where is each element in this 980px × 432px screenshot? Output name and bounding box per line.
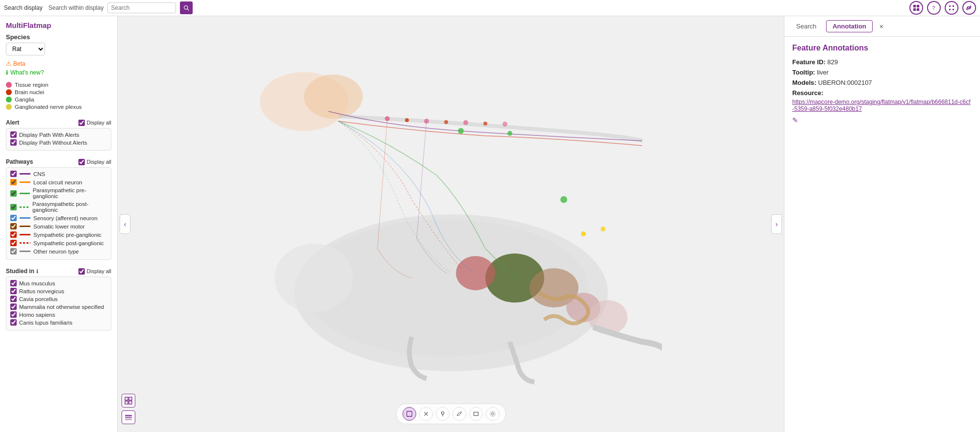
pathways-display-all[interactable]: Display all (78, 159, 111, 165)
annotation-edit-icon[interactable]: ✎ (792, 116, 972, 124)
question-icon: ? (930, 4, 937, 11)
pathways-display-all-checkbox[interactable] (78, 159, 85, 165)
studied-item-checkbox[interactable] (10, 311, 17, 318)
collapse-left-button[interactable]: ‹ (120, 214, 130, 234)
pathway-item: Sympathetic pre-ganglionic (10, 231, 107, 238)
legend-item: Ganglionated nerve plexus (6, 104, 111, 110)
link-icon (966, 4, 973, 11)
studied-in-display-all[interactable]: Display all (78, 268, 111, 275)
tool-rectangle-button[interactable] (469, 407, 483, 421)
pathway-line (20, 181, 30, 183)
svg-point-23 (560, 196, 567, 203)
tool-draw-button[interactable] (452, 407, 466, 421)
legend-label: Brain nuclei (15, 89, 44, 95)
tab-annotation[interactable]: Annotation (826, 20, 873, 32)
annotation-resource-row: Resource: https://mapcore-demo.org/stagi… (792, 89, 972, 112)
legend-dot (6, 97, 12, 102)
icon-btn-4[interactable] (962, 1, 976, 15)
svg-point-0 (184, 5, 188, 9)
tool-pin-button[interactable] (436, 407, 450, 421)
alert-item-checkbox[interactable] (10, 139, 17, 146)
svg-rect-5 (917, 8, 919, 11)
svg-point-27 (405, 118, 409, 122)
map-area[interactable]: ‹ › (118, 16, 784, 432)
tool-select-button[interactable] (402, 407, 416, 421)
pathway-line (20, 242, 30, 244)
studied-in-info-icon[interactable]: ℹ (36, 268, 38, 275)
pathway-label: Sympathetic post-ganglionic (33, 240, 104, 246)
tool-delete-button[interactable] (419, 407, 433, 421)
rectangle-icon (473, 410, 479, 417)
pathway-item: Parasympathetic post-ganglionic (10, 201, 107, 213)
pathway-item-checkbox[interactable] (10, 231, 17, 238)
pathway-item-checkbox[interactable] (10, 204, 17, 210)
legend-dot (6, 89, 12, 95)
studied-item-checkbox[interactable] (10, 296, 17, 302)
pathway-item: Sympathetic post-ganglionic (10, 240, 107, 246)
studied-item-checkbox[interactable] (10, 288, 17, 294)
studied-item: Cavia porcellus (10, 296, 107, 302)
topbar: Search display Search within display ? (0, 0, 980, 16)
tab-close-button[interactable]: × (877, 22, 886, 31)
tool-settings-button[interactable] (486, 407, 500, 421)
svg-point-41 (441, 412, 444, 414)
pathways-title: Pathways (6, 158, 33, 165)
alert-display-all-checkbox[interactable] (78, 120, 85, 126)
pathway-item-checkbox[interactable] (10, 179, 17, 185)
collapse-right-button[interactable]: › (771, 214, 782, 234)
alert-display-all[interactable]: Display all (78, 120, 111, 126)
species-select[interactable]: RatMouseHumanPig (6, 43, 45, 55)
layers-tool-icon (125, 413, 132, 421)
layers-tool-button[interactable] (122, 410, 135, 424)
tab-search[interactable]: Search (790, 21, 822, 32)
legend-section: Tissue region Brain nuclei Ganglia Gangl… (6, 82, 111, 111)
pathway-item-checkbox[interactable] (10, 215, 17, 221)
pathway-item-checkbox[interactable] (10, 223, 17, 229)
species-label: Species (6, 33, 111, 41)
pathway-line (20, 193, 30, 194)
studied-item-checkbox[interactable] (10, 280, 17, 286)
search-input[interactable] (107, 2, 176, 13)
svg-point-9 (949, 9, 951, 11)
grid-tool-button[interactable] (122, 394, 135, 407)
icon-btn-1[interactable] (909, 1, 923, 15)
pathway-item-checkbox[interactable] (10, 190, 17, 197)
studied-item-label: Rattus norvegicus (19, 288, 64, 294)
pathway-item: Parasympathetic pre-ganglionic (10, 187, 107, 199)
annotation-content: Feature Annotations Feature ID: 829 Tool… (784, 37, 980, 432)
studied-in-display-all-checkbox[interactable] (78, 268, 85, 275)
pathway-item-checkbox[interactable] (10, 248, 17, 254)
svg-point-32 (503, 122, 507, 127)
pathway-item: Local circuit neuron (10, 179, 107, 185)
pathway-label: Parasympathetic post-ganglionic (32, 201, 107, 213)
whats-new-link[interactable]: What's new? (6, 69, 111, 76)
alert-item-label: Display Path Without Alerts (19, 140, 87, 146)
pathway-item: Somatic lower motor (10, 223, 107, 229)
svg-point-29 (444, 120, 448, 124)
svg-point-7 (949, 5, 951, 7)
svg-text:?: ? (932, 5, 935, 11)
beta-label: Beta (13, 60, 25, 67)
studied-item: Rattus norvegicus (10, 288, 107, 294)
resource-link[interactable]: https://mapcore-demo.org/staging/flatmap… (792, 99, 972, 112)
legend-label: Tissue region (15, 82, 49, 88)
pathway-label: Parasympathetic pre-ganglionic (33, 187, 107, 199)
icon-btn-3[interactable] (945, 1, 958, 15)
svg-point-22 (507, 131, 512, 136)
pathway-line (20, 234, 30, 235)
pathways-section: Pathways Display all CNS Local circuit n… (6, 154, 111, 260)
pathway-label: Somatic lower motor (33, 224, 85, 229)
icon-btn-2[interactable]: ? (927, 1, 941, 15)
studied-item-checkbox[interactable] (10, 319, 17, 326)
legend-dot (6, 104, 12, 110)
pathway-item-checkbox[interactable] (10, 240, 17, 246)
pathway-label: Sympathetic pre-ganglionic (33, 232, 101, 238)
pathway-item-checkbox[interactable] (10, 171, 17, 177)
alert-item-checkbox[interactable] (10, 131, 17, 138)
studied-item-checkbox[interactable] (10, 304, 17, 310)
search-button[interactable] (180, 1, 193, 14)
legend-item: Brain nuclei (6, 89, 111, 95)
apps-icon (948, 4, 955, 11)
svg-point-30 (463, 120, 468, 125)
alert-item-label: Display Path With Alerts (19, 132, 79, 138)
